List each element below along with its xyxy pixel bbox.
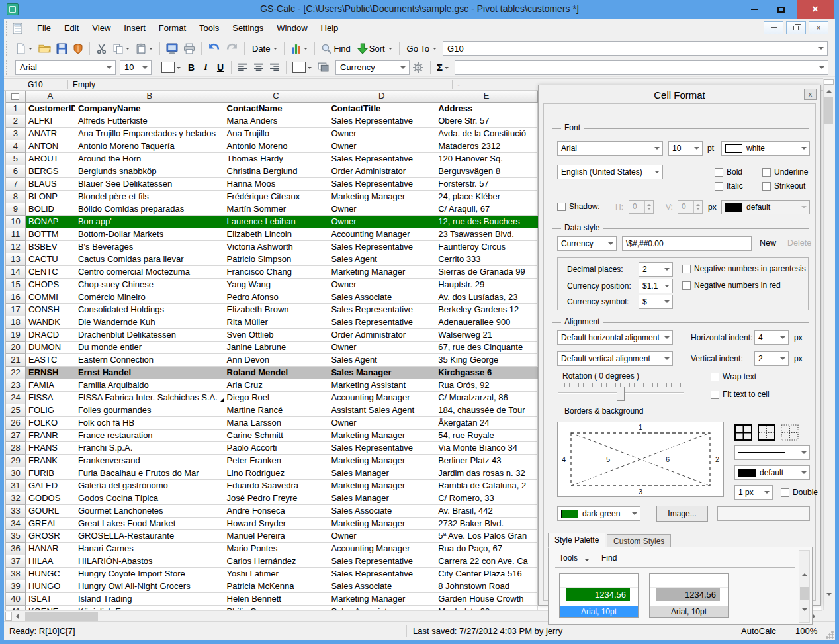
cell[interactable]: FOLKO — [26, 417, 75, 430]
cell[interactable]: Order Administrator — [328, 329, 435, 342]
find-style-button[interactable]: Find — [601, 553, 617, 563]
menu-edit[interactable]: Edit — [58, 21, 85, 36]
cell[interactable]: Frankenversand — [75, 455, 224, 467]
decimal-places-combo[interactable]: 2 — [639, 262, 673, 277]
image-button[interactable]: Image... — [656, 506, 708, 522]
background-color-combo[interactable]: dark green — [557, 506, 640, 521]
cell[interactable]: Owner — [328, 140, 435, 153]
spinner-arrows[interactable] — [644, 201, 653, 213]
row-number[interactable]: 36 — [6, 543, 26, 555]
cell[interactable]: Martine Rancé — [224, 404, 329, 417]
cell[interactable]: Eduardo Saavedra — [224, 480, 329, 492]
print-preview-button[interactable] — [163, 40, 181, 56]
row-number[interactable]: 38 — [6, 568, 26, 580]
cell[interactable]: Elizabeth Brown — [224, 304, 329, 316]
cell[interactable]: Marketing Manager — [328, 455, 435, 467]
column-header-d[interactable]: D — [328, 91, 435, 103]
row-number[interactable]: 17 — [6, 304, 26, 316]
language-combo[interactable]: English (United States) — [557, 165, 663, 179]
border-preset-all[interactable] — [734, 424, 752, 441]
menu-settings[interactable]: Settings — [226, 21, 270, 36]
cell[interactable]: Berguvsvägen 8 — [435, 165, 538, 178]
font-color-combo[interactable]: white — [721, 141, 810, 156]
row-number[interactable]: 26 — [6, 417, 26, 430]
find-button[interactable]: Find — [318, 40, 354, 56]
row-number[interactable]: 39 — [6, 580, 26, 593]
border-line-style-combo[interactable] — [734, 445, 810, 460]
cell[interactable]: Marketing Manager — [328, 518, 435, 530]
cell[interactable]: José Pedro Freyre — [224, 492, 329, 505]
cell[interactable]: BLONP — [26, 191, 75, 203]
cell[interactable]: Furia Bacalhau e Frutos do Mar — [75, 467, 224, 480]
cell[interactable]: Yang Wang — [224, 279, 329, 291]
cell[interactable]: Manuel Pereira — [224, 530, 329, 543]
cell[interactable]: Cactus Comidas para llevar — [75, 253, 224, 266]
cell[interactable]: Roland Mendel — [224, 367, 329, 379]
cell[interactable]: Paolo Accorti — [224, 442, 329, 455]
cell[interactable]: Forsterstr. 57 — [435, 178, 538, 191]
chevron-down-icon[interactable] — [107, 66, 112, 71]
cell[interactable]: Order Administrator — [328, 165, 435, 178]
cell[interactable]: Sales Representative — [328, 568, 435, 580]
cell[interactable]: Blauer See Delikatessen — [75, 178, 224, 191]
cell[interactable]: Howard Snyder — [224, 518, 329, 530]
cell[interactable]: Marketing Manager — [328, 480, 435, 492]
align-center-button[interactable] — [251, 60, 267, 75]
cell[interactable]: Sales Representative — [328, 153, 435, 165]
cell[interactable]: Marketing Assistant — [328, 379, 435, 392]
cell[interactable]: GROSR — [26, 530, 75, 543]
panel-close-button[interactable]: x — [804, 89, 817, 100]
chart-dropdown[interactable] — [304, 48, 308, 52]
cell[interactable]: Marketing Manager — [328, 191, 435, 203]
cell[interactable]: 12, rue des Bouchers — [435, 216, 538, 228]
cell[interactable]: Avda. de la Constitució — [435, 128, 538, 140]
cell[interactable]: Via Monte Bianco 34 — [435, 442, 538, 455]
borders-dropdown[interactable] — [308, 67, 312, 71]
formula-input[interactable] — [455, 60, 828, 75]
cell[interactable]: Av. dos Lusíadas, 23 — [435, 291, 538, 304]
font-name-combo[interactable]: Arial — [15, 60, 116, 75]
cell[interactable]: CENTC — [26, 266, 75, 279]
cell[interactable]: Walserweg 21 — [435, 329, 538, 342]
align-right-button[interactable] — [267, 60, 283, 75]
underline-checkbox[interactable]: Underline — [762, 167, 808, 177]
cell[interactable]: 184, chaussée de Tour — [435, 404, 538, 417]
cell[interactable]: Marketing Manager — [328, 430, 435, 442]
palette-scroll-thumb[interactable] — [800, 587, 809, 600]
border-preset-outer[interactable] — [758, 424, 775, 441]
menu-file[interactable]: File — [30, 21, 58, 36]
cell[interactable]: Cerrito 333 — [435, 253, 538, 266]
cell[interactable]: Sales Representative — [328, 178, 435, 191]
protect-button[interactable] — [70, 40, 86, 56]
cell[interactable]: Consolidated Holdings — [75, 304, 224, 316]
cell[interactable]: Carrera 22 con Ave. Ca — [435, 555, 538, 568]
row-number[interactable]: 16 — [6, 291, 26, 304]
cell[interactable]: Comércio Mineiro — [75, 291, 224, 304]
cell[interactable]: Mario Pontes — [224, 543, 329, 555]
autocalc-status[interactable]: AutoCalc — [741, 626, 776, 636]
row-number[interactable]: 30 — [6, 467, 26, 480]
cell[interactable]: AROUT — [26, 153, 75, 165]
vertical-alignment-combo[interactable]: Default vertical alignment — [557, 351, 673, 366]
wrap-text-checkbox[interactable]: Wrap text — [711, 372, 756, 381]
horizontal-indent-combo[interactable]: 4 — [754, 330, 789, 345]
negative-parenthesis-checkbox[interactable]: Negative numbers in parentesis — [682, 264, 806, 273]
cell[interactable]: Marketing Manager — [328, 593, 435, 606]
cell[interactable]: COMMI — [26, 291, 75, 304]
cell[interactable]: Centro comercial Moctezuma — [75, 266, 224, 279]
tools-dropdown-icon[interactable] — [585, 559, 589, 563]
border-width-combo[interactable]: 1 px — [734, 485, 773, 500]
row-number[interactable]: 35 — [6, 530, 26, 543]
cell[interactable]: ISLAT — [26, 593, 75, 606]
data-style-type-combo[interactable]: Currency — [557, 236, 617, 251]
cell[interactable]: Frédérique Citeaux — [224, 191, 329, 203]
row-number[interactable]: 19 — [6, 329, 26, 342]
cell[interactable]: GODOS — [26, 492, 75, 505]
row-number[interactable]: 23 — [6, 379, 26, 392]
cell[interactable]: CONSH — [26, 304, 75, 316]
cell[interactable]: Hungry Coyote Import Store — [75, 568, 224, 580]
fill-background-button[interactable] — [315, 60, 331, 75]
resize-grip[interactable] — [826, 631, 834, 639]
menu-view[interactable]: View — [85, 21, 117, 36]
cell[interactable]: Hungry Owl All-Night Grocers — [75, 580, 224, 593]
